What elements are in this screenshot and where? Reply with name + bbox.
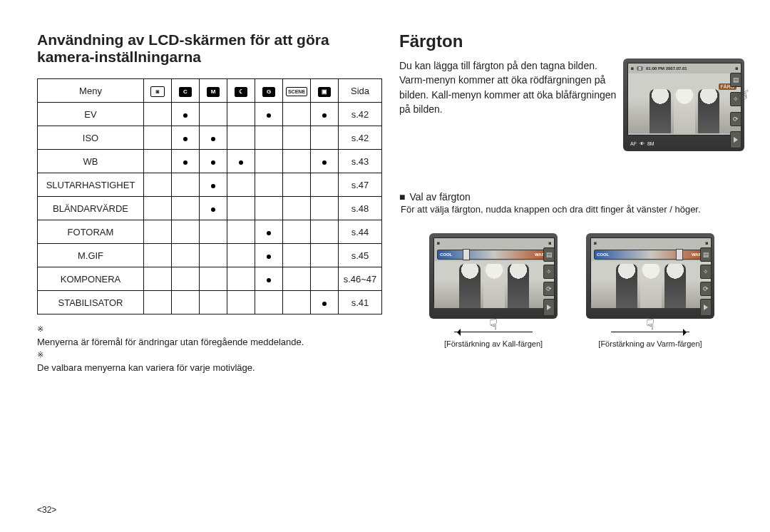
dot-icon: [322, 160, 327, 165]
caption-cool: [Förstärkning av Kall-färgen]: [429, 339, 558, 348]
dot-icon: [322, 302, 327, 306]
arrow-left: [454, 332, 533, 332]
side-btn-play[interactable]: [730, 131, 741, 148]
table-row: STABILISATORs.41: [38, 291, 382, 314]
cell-mode: [200, 197, 227, 220]
cell-meny: FOTORAM: [38, 220, 144, 244]
cell-mode: [172, 126, 200, 150]
right-heading: Färgton: [399, 31, 744, 51]
slider-knob-cool[interactable]: [463, 249, 470, 260]
cell-mode: [172, 150, 200, 173]
cell-mode: [283, 103, 311, 126]
cell-mode: [255, 197, 283, 220]
dot-icon: [183, 113, 188, 118]
mode-col-1: ◙: [144, 79, 172, 103]
status-camera-icon: ◙: [631, 66, 634, 71]
dot-icon: [267, 255, 271, 259]
table-notes: ※Menyerna är föremål för ändringar utan …: [37, 323, 382, 374]
side-btn[interactable]: ▤: [700, 247, 712, 262]
cell-mode: [311, 291, 339, 314]
cell-sida: s.41: [339, 291, 382, 314]
cell-mode: [255, 244, 283, 267]
dot-icon: [267, 231, 271, 235]
table-row: FOTORAMs.44: [38, 220, 382, 244]
caption-warm: [Förstärkning av Varm-färgen]: [586, 339, 714, 348]
table-row: ISOs.42: [38, 126, 382, 150]
status-mode-icon: ◙: [735, 66, 738, 71]
slider-cool-label: COOL: [597, 252, 609, 257]
cell-mode: [227, 173, 255, 197]
slider-knob-warm[interactable]: [676, 249, 683, 260]
bottom-value: 8M: [647, 141, 654, 146]
mode-col-5: G: [255, 79, 283, 103]
header-meny: Meny: [38, 79, 144, 103]
example-warm: ◙ ◙ COOL WARM ▤: [586, 233, 714, 348]
side-btn[interactable]: ⟳: [700, 282, 712, 296]
lcd-bottombar: AF 👁 8M: [627, 138, 740, 148]
ex-status-icon: ◙: [437, 241, 440, 245]
mode-col-7: ▣: [311, 79, 339, 103]
bullet-icon: ■: [399, 191, 405, 203]
cell-mode: [172, 267, 200, 291]
side-btn[interactable]: ✧: [543, 265, 555, 279]
status-value: 8: [637, 66, 643, 71]
status-time: 01:00 PM 2007.07.01: [646, 66, 687, 71]
dot-icon: [267, 113, 271, 118]
side-btn[interactable]: ✧: [700, 265, 712, 279]
dot-icon: [211, 160, 215, 165]
mode-col-2: C: [172, 79, 200, 103]
play-icon: [734, 137, 738, 143]
table-row: M.GIFs.45: [38, 244, 382, 267]
color-slider-warm[interactable]: COOL WARM: [594, 250, 708, 260]
cell-meny: STABILISATOR: [38, 291, 144, 314]
dot-icon: [183, 137, 188, 141]
note-marker-2: ※: [37, 349, 379, 361]
side-btn-1[interactable]: ▤: [730, 73, 741, 87]
cell-mode: [283, 173, 311, 197]
person-left: [650, 89, 671, 133]
cell-mode: [311, 220, 339, 244]
m-icon: M: [207, 87, 220, 97]
table-row: EVs.42: [38, 103, 382, 126]
mode-col-4: ☾: [227, 79, 255, 103]
lcd-main: ◙ 8 01:00 PM 2007.07.01 ◙ FÄRG: [623, 58, 744, 151]
cell-sida: s.46~47: [339, 267, 382, 291]
dot-icon: [211, 137, 215, 141]
side-btn[interactable]: ⟳: [543, 282, 555, 296]
cell-mode: [144, 267, 172, 291]
cell-mode: [255, 150, 283, 173]
side-btn-play[interactable]: [543, 299, 555, 316]
menu-table: Meny ◙ C M ☾ G SCENE ▣ Sida EVs.42ISOs.4…: [37, 78, 382, 314]
lcd-statusbar: ◙ 8 01:00 PM 2007.07.01 ◙: [628, 63, 741, 73]
cell-mode: [255, 267, 283, 291]
side-btn-play[interactable]: [700, 299, 712, 316]
side-btn-3[interactable]: ⟳: [730, 112, 741, 126]
cell-mode: [255, 173, 283, 197]
cell-mode: [255, 126, 283, 150]
camera-icon: ◙: [150, 86, 165, 97]
cell-mode: [144, 220, 172, 244]
table-row: WBs.43: [38, 150, 382, 173]
cell-mode: [255, 220, 283, 244]
movie-icon: ▣: [318, 87, 331, 97]
cell-mode: [172, 173, 200, 197]
side-btn[interactable]: ▤: [543, 247, 555, 262]
cell-mode: [227, 197, 255, 220]
sub-text: För att välja färgton, nudda knappen och…: [401, 204, 744, 215]
left-heading: Användning av LCD-skärmen för att göra k…: [37, 31, 382, 66]
scene-icon: SCENE: [286, 87, 307, 96]
mode-col-3: M: [200, 79, 227, 103]
header-sida: Sida: [339, 79, 382, 103]
lcd-sidebar: ▤ ✧ ⟳: [730, 73, 741, 148]
cell-mode: [311, 197, 339, 220]
color-slider-cool[interactable]: COOL WARM: [437, 250, 551, 260]
cell-mode: [144, 244, 172, 267]
cell-mode: [200, 291, 227, 314]
cell-mode: [227, 267, 255, 291]
cell-sida: s.48: [339, 197, 382, 220]
cell-meny: WB: [38, 150, 144, 173]
page-number: <32>: [37, 505, 56, 515]
cell-meny: M.GIF: [38, 244, 144, 267]
table-row: SLUTARHASTIGHETs.47: [38, 173, 382, 197]
ex-status-mode-icon: ◙: [548, 241, 551, 245]
